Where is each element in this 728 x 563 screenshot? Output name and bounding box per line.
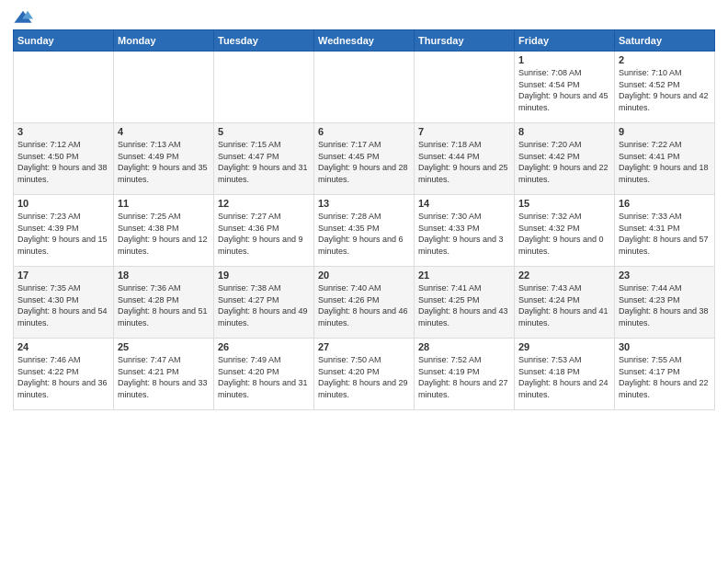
weekday-header: Saturday: [615, 30, 715, 52]
day-number: 19: [218, 270, 310, 281]
cell-content: Sunrise: 7:25 AM Sunset: 4:38 PM Dayligh…: [118, 211, 210, 257]
calendar-cell: 9Sunrise: 7:22 AM Sunset: 4:41 PM Daylig…: [615, 123, 715, 195]
cell-content: Sunrise: 7:15 AM Sunset: 4:47 PM Dayligh…: [218, 139, 310, 185]
day-number: 11: [118, 198, 210, 209]
day-number: 16: [619, 198, 711, 209]
cell-content: Sunrise: 7:12 AM Sunset: 4:50 PM Dayligh…: [17, 139, 109, 185]
calendar-cell: [214, 52, 314, 123]
day-number: 21: [418, 270, 510, 281]
day-number: 27: [318, 341, 410, 352]
cell-content: Sunrise: 7:40 AM Sunset: 4:26 PM Dayligh…: [318, 282, 410, 328]
cell-content: Sunrise: 7:08 AM Sunset: 4:54 PM Dayligh…: [518, 67, 610, 113]
calendar-table: SundayMondayTuesdayWednesdayThursdayFrid…: [13, 29, 715, 410]
cell-content: Sunrise: 7:36 AM Sunset: 4:28 PM Dayligh…: [118, 282, 210, 328]
cell-content: Sunrise: 7:23 AM Sunset: 4:39 PM Dayligh…: [17, 211, 109, 257]
cell-content: Sunrise: 7:28 AM Sunset: 4:35 PM Dayligh…: [318, 211, 410, 257]
day-number: 26: [218, 341, 310, 352]
header-row: [13, 9, 715, 26]
calendar-cell: 30Sunrise: 7:55 AM Sunset: 4:17 PM Dayli…: [615, 339, 715, 410]
day-number: 22: [518, 270, 610, 281]
calendar-cell: 6Sunrise: 7:17 AM Sunset: 4:45 PM Daylig…: [314, 123, 415, 195]
day-number: 29: [518, 341, 610, 352]
weekday-header: Friday: [515, 30, 615, 52]
day-number: 13: [318, 198, 410, 209]
weekday-header: Thursday: [415, 30, 515, 52]
calendar-cell: [415, 52, 515, 123]
calendar-cell: 23Sunrise: 7:44 AM Sunset: 4:23 PM Dayli…: [615, 267, 715, 339]
cell-content: Sunrise: 7:43 AM Sunset: 4:24 PM Dayligh…: [518, 282, 610, 328]
day-number: 18: [118, 270, 210, 281]
day-number: 8: [518, 126, 610, 137]
calendar-cell: 29Sunrise: 7:53 AM Sunset: 4:18 PM Dayli…: [515, 339, 615, 410]
calendar-cell: 20Sunrise: 7:40 AM Sunset: 4:26 PM Dayli…: [314, 267, 415, 339]
cell-content: Sunrise: 7:35 AM Sunset: 4:30 PM Dayligh…: [17, 282, 109, 328]
day-number: 7: [418, 126, 510, 137]
weekday-header: Monday: [114, 30, 214, 52]
weekday-header: Sunday: [14, 30, 114, 52]
calendar-cell: [314, 52, 415, 123]
logo-icon: [13, 9, 33, 26]
calendar-cell: 22Sunrise: 7:43 AM Sunset: 4:24 PM Dayli…: [515, 267, 615, 339]
cell-content: Sunrise: 7:32 AM Sunset: 4:32 PM Dayligh…: [518, 211, 610, 257]
calendar-cell: 24Sunrise: 7:46 AM Sunset: 4:22 PM Dayli…: [14, 339, 114, 410]
calendar-cell: 28Sunrise: 7:52 AM Sunset: 4:19 PM Dayli…: [415, 339, 515, 410]
cell-content: Sunrise: 7:18 AM Sunset: 4:44 PM Dayligh…: [418, 139, 510, 185]
day-number: 14: [418, 198, 510, 209]
day-number: 9: [619, 126, 711, 137]
day-number: 24: [17, 341, 109, 352]
calendar-cell: 11Sunrise: 7:25 AM Sunset: 4:38 PM Dayli…: [114, 195, 214, 267]
calendar-cell: 14Sunrise: 7:30 AM Sunset: 4:33 PM Dayli…: [415, 195, 515, 267]
cell-content: Sunrise: 7:30 AM Sunset: 4:33 PM Dayligh…: [418, 211, 510, 257]
calendar-cell: 2Sunrise: 7:10 AM Sunset: 4:52 PM Daylig…: [615, 52, 715, 123]
day-number: 28: [418, 341, 510, 352]
day-number: 10: [17, 198, 109, 209]
cell-content: Sunrise: 7:50 AM Sunset: 4:20 PM Dayligh…: [318, 354, 410, 400]
calendar-cell: 12Sunrise: 7:27 AM Sunset: 4:36 PM Dayli…: [214, 195, 314, 267]
calendar-cell: 16Sunrise: 7:33 AM Sunset: 4:31 PM Dayli…: [615, 195, 715, 267]
cell-content: Sunrise: 7:44 AM Sunset: 4:23 PM Dayligh…: [619, 282, 711, 328]
calendar-cell: 15Sunrise: 7:32 AM Sunset: 4:32 PM Dayli…: [515, 195, 615, 267]
cell-content: Sunrise: 7:13 AM Sunset: 4:49 PM Dayligh…: [118, 139, 210, 185]
cell-content: Sunrise: 7:20 AM Sunset: 4:42 PM Dayligh…: [518, 139, 610, 185]
cell-content: Sunrise: 7:22 AM Sunset: 4:41 PM Dayligh…: [619, 139, 711, 185]
day-number: 30: [619, 341, 711, 352]
cell-content: Sunrise: 7:46 AM Sunset: 4:22 PM Dayligh…: [17, 354, 109, 400]
calendar-cell: 18Sunrise: 7:36 AM Sunset: 4:28 PM Dayli…: [114, 267, 214, 339]
cell-content: Sunrise: 7:10 AM Sunset: 4:52 PM Dayligh…: [619, 67, 711, 113]
calendar-cell: [114, 52, 214, 123]
calendar-cell: 4Sunrise: 7:13 AM Sunset: 4:49 PM Daylig…: [114, 123, 214, 195]
cell-content: Sunrise: 7:38 AM Sunset: 4:27 PM Dayligh…: [218, 282, 310, 328]
calendar-cell: 19Sunrise: 7:38 AM Sunset: 4:27 PM Dayli…: [214, 267, 314, 339]
cell-content: Sunrise: 7:17 AM Sunset: 4:45 PM Dayligh…: [318, 139, 410, 185]
weekday-header: Wednesday: [314, 30, 415, 52]
cell-content: Sunrise: 7:52 AM Sunset: 4:19 PM Dayligh…: [418, 354, 510, 400]
cell-content: Sunrise: 7:27 AM Sunset: 4:36 PM Dayligh…: [218, 211, 310, 257]
day-number: 4: [118, 126, 210, 137]
cell-content: Sunrise: 7:47 AM Sunset: 4:21 PM Dayligh…: [118, 354, 210, 400]
cell-content: Sunrise: 7:53 AM Sunset: 4:18 PM Dayligh…: [518, 354, 610, 400]
calendar-cell: 1Sunrise: 7:08 AM Sunset: 4:54 PM Daylig…: [515, 52, 615, 123]
calendar-cell: 17Sunrise: 7:35 AM Sunset: 4:30 PM Dayli…: [14, 267, 114, 339]
calendar-cell: 25Sunrise: 7:47 AM Sunset: 4:21 PM Dayli…: [114, 339, 214, 410]
day-number: 1: [518, 54, 610, 65]
cell-content: Sunrise: 7:33 AM Sunset: 4:31 PM Dayligh…: [619, 211, 711, 257]
day-number: 25: [118, 341, 210, 352]
calendar-cell: 27Sunrise: 7:50 AM Sunset: 4:20 PM Dayli…: [314, 339, 415, 410]
day-number: 17: [17, 270, 109, 281]
calendar-cell: 13Sunrise: 7:28 AM Sunset: 4:35 PM Dayli…: [314, 195, 415, 267]
calendar-cell: 7Sunrise: 7:18 AM Sunset: 4:44 PM Daylig…: [415, 123, 515, 195]
calendar-cell: 8Sunrise: 7:20 AM Sunset: 4:42 PM Daylig…: [515, 123, 615, 195]
logo: [13, 9, 35, 26]
cell-content: Sunrise: 7:55 AM Sunset: 4:17 PM Dayligh…: [619, 354, 711, 400]
day-number: 12: [218, 198, 310, 209]
main-container: SundayMondayTuesdayWednesdayThursdayFrid…: [0, 0, 728, 419]
calendar-cell: [14, 52, 114, 123]
weekday-header: Tuesday: [214, 30, 314, 52]
calendar-cell: 3Sunrise: 7:12 AM Sunset: 4:50 PM Daylig…: [14, 123, 114, 195]
calendar-cell: 5Sunrise: 7:15 AM Sunset: 4:47 PM Daylig…: [214, 123, 314, 195]
day-number: 2: [619, 54, 711, 65]
cell-content: Sunrise: 7:41 AM Sunset: 4:25 PM Dayligh…: [418, 282, 510, 328]
calendar-cell: 10Sunrise: 7:23 AM Sunset: 4:39 PM Dayli…: [14, 195, 114, 267]
day-number: 23: [619, 270, 711, 281]
cell-content: Sunrise: 7:49 AM Sunset: 4:20 PM Dayligh…: [218, 354, 310, 400]
